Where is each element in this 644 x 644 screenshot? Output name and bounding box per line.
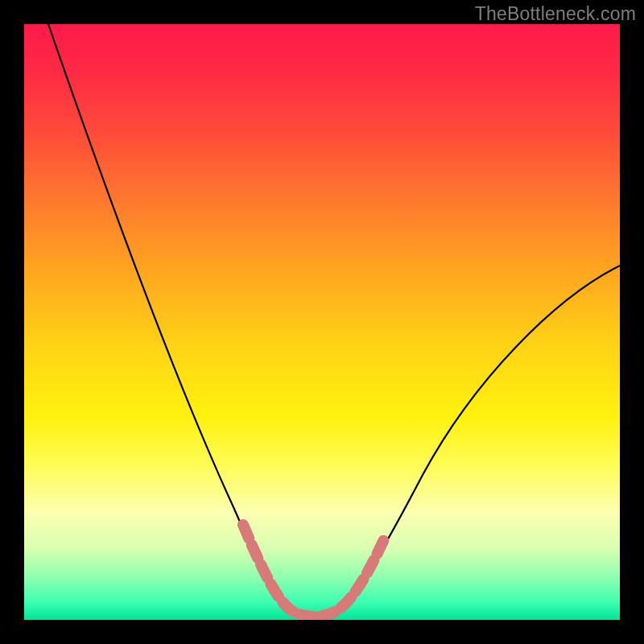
plot-area — [24, 24, 620, 620]
watermark-text: TheBottleneck.com — [475, 3, 636, 25]
minimum-marker — [243, 525, 385, 617]
bottleneck-curve — [48, 24, 620, 617]
curve-svg — [24, 24, 620, 620]
frame: TheBottleneck.com — [0, 0, 644, 644]
